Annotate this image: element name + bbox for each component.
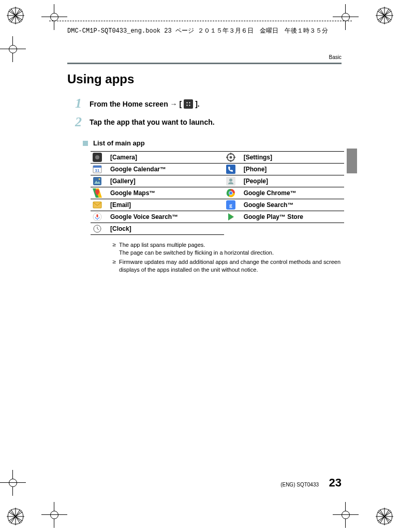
gallery-icon — [93, 176, 102, 186]
table-row: [Email] g Google Search™ — [91, 199, 344, 211]
clock-icon — [93, 224, 102, 233]
notes-list: The app list spans multiple pages. The p… — [92, 241, 342, 274]
step-number: 1 — [75, 97, 90, 110]
step-text: Tap the app that you want to launch. — [90, 115, 215, 126]
section-label: Basic — [67, 54, 342, 60]
registration-mark-icon — [374, 5, 395, 26]
note-text: Firmware updates may add additional apps… — [119, 259, 340, 273]
app-label: [Camera] — [108, 152, 224, 164]
crop-mark-icon — [333, 4, 359, 30]
app-label: Google Calendar™ — [108, 164, 224, 175]
table-row: 31 Google Calendar™ [Phone] — [91, 164, 344, 175]
page-title: Using apps — [67, 72, 342, 86]
voice-search-icon — [93, 212, 102, 221]
app-drawer-icon — [184, 99, 193, 109]
svg-text:31: 31 — [95, 168, 100, 173]
calendar-icon: 31 — [93, 165, 102, 174]
svg-rect-58 — [93, 202, 101, 208]
page-number: 23 — [329, 476, 342, 489]
email-icon — [93, 200, 102, 210]
svg-rect-47 — [226, 165, 235, 174]
table-row: [Clock] — [91, 223, 344, 235]
app-label: [Clock] — [108, 223, 224, 235]
svg-text:g: g — [229, 202, 232, 208]
svg-rect-62 — [97, 214, 98, 217]
table-row: Google Voice Search™ Google Play™ Store — [91, 211, 344, 223]
step-1: 1 From the Home screen → [ ]. — [75, 97, 342, 110]
svg-point-37 — [95, 155, 99, 159]
app-label: Google Maps™ — [108, 187, 224, 199]
registration-mark-icon — [5, 5, 26, 26]
app-label: [Email] — [108, 199, 224, 211]
app-label: [Phone] — [242, 164, 344, 175]
table-row: Google Maps™ Google Chrome™ — [91, 187, 344, 199]
note-item: The app list spans multiple pages. The p… — [113, 241, 342, 257]
thumb-tab — [347, 149, 357, 173]
svg-point-50 — [99, 179, 100, 180]
play-store-icon — [226, 212, 235, 221]
people-icon — [226, 176, 235, 186]
crop-mark-icon — [41, 4, 67, 30]
table-row: [Camera] [Settings] — [91, 152, 344, 164]
svg-point-39 — [229, 156, 232, 159]
subsection-header: List of main app — [83, 139, 342, 147]
app-label: Google Chrome™ — [242, 187, 344, 199]
app-label: [People] — [242, 175, 344, 187]
square-bullet-icon — [83, 141, 88, 146]
maps-icon — [93, 188, 102, 198]
step-text-post: ]. — [195, 100, 200, 108]
svg-rect-48 — [93, 177, 101, 185]
app-label: [Settings] — [242, 152, 344, 164]
step-text-pre: From the Home screen → [ — [90, 100, 182, 108]
svg-point-52 — [229, 179, 232, 182]
step-text: From the Home screen → [ ]. — [90, 97, 200, 109]
settings-icon — [226, 153, 235, 162]
step-2: 2 Tap the app that you want to launch. — [75, 115, 342, 129]
app-label: Google Search™ — [242, 199, 344, 211]
app-label: Google Voice Search™ — [108, 211, 224, 223]
app-label: Google Play™ Store — [242, 211, 344, 223]
app-list-table: [Camera] [Settings] 31 Google Calendar™ … — [91, 151, 344, 235]
svg-rect-45 — [93, 166, 101, 168]
camera-icon — [93, 153, 102, 162]
chrome-icon — [226, 188, 235, 198]
document-meta: DMC-CM1P-SQT0433_eng.book 23 ページ ２０１５年３月… — [67, 26, 328, 35]
note-item: Firmware updates may add additional apps… — [113, 258, 342, 274]
page-footer: (ENG) SQT0433 23 — [67, 476, 342, 490]
svg-point-57 — [229, 191, 232, 195]
note-text: The app list spans multiple pages. The p… — [119, 242, 274, 256]
page-content: Basic Using apps 1 From the Home screen … — [67, 54, 342, 275]
phone-icon — [226, 165, 235, 174]
google-search-icon: g — [226, 200, 235, 210]
section-rule — [67, 63, 342, 64]
header-rule — [49, 21, 352, 21]
registration-mark-icon — [5, 506, 26, 527]
subsection-title: List of main app — [93, 139, 145, 147]
crop-mark-icon — [0, 470, 26, 496]
crop-mark-icon — [0, 36, 26, 62]
table-row: [Gallery] [People] — [91, 175, 344, 187]
document-code: (ENG) SQT0433 — [280, 482, 319, 487]
step-number: 2 — [75, 115, 90, 129]
registration-mark-icon — [374, 506, 395, 527]
app-label — [242, 223, 344, 235]
app-label: [Gallery] — [108, 175, 224, 187]
crop-mark-icon — [41, 502, 67, 528]
crop-mark-icon — [333, 502, 359, 528]
